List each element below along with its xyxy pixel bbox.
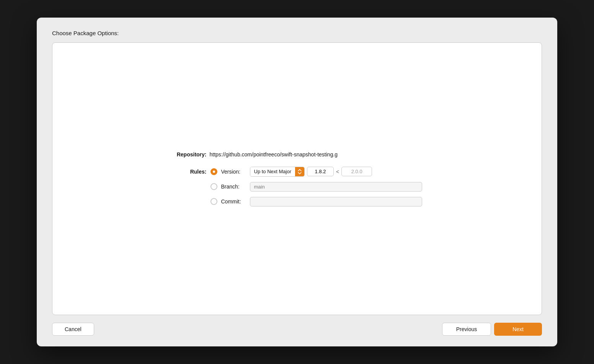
repository-url: https://github.com/pointfreeco/swift-sna… bbox=[210, 151, 338, 158]
navigation-buttons: Previous Next bbox=[442, 323, 542, 336]
dropdown-text: Up to Next Major bbox=[250, 167, 295, 176]
bottom-bar: Cancel Previous Next bbox=[52, 323, 542, 336]
commit-radio[interactable] bbox=[211, 198, 217, 205]
branch-radio[interactable] bbox=[211, 183, 217, 190]
version-dropdown-container: Up to Next Major bbox=[250, 167, 305, 177]
less-than-symbol: < bbox=[336, 169, 339, 175]
chevron-updown-icon bbox=[297, 169, 302, 175]
previous-button[interactable]: Previous bbox=[442, 323, 491, 336]
version-from-input[interactable] bbox=[307, 167, 334, 176]
next-button[interactable]: Next bbox=[494, 323, 542, 336]
form-area: Repository: https://github.com/pointfree… bbox=[172, 151, 422, 206]
dialog-title: Choose Package Options: bbox=[52, 30, 542, 36]
content-panel: Repository: https://github.com/pointfree… bbox=[52, 42, 542, 315]
repository-label: Repository: bbox=[172, 151, 207, 158]
version-row: Rules: Version: Up to Next Major bbox=[172, 167, 422, 177]
cancel-button[interactable]: Cancel bbox=[52, 323, 94, 336]
rules-label: Rules: bbox=[172, 169, 207, 175]
rules-section: Rules: Version: Up to Next Major bbox=[172, 167, 422, 206]
version-to-input[interactable] bbox=[341, 167, 372, 176]
commit-row: Commit: bbox=[172, 197, 422, 206]
branch-row: Branch: bbox=[172, 182, 422, 192]
commit-label: Commit: bbox=[221, 198, 246, 205]
package-options-dialog: Choose Package Options: Repository: http… bbox=[37, 18, 557, 346]
branch-input[interactable] bbox=[250, 182, 422, 192]
dropdown-arrow-button[interactable] bbox=[295, 167, 304, 176]
commit-input[interactable] bbox=[250, 197, 422, 206]
repository-row: Repository: https://github.com/pointfree… bbox=[172, 151, 422, 158]
branch-label: Branch: bbox=[221, 184, 246, 190]
version-label: Version: bbox=[221, 169, 246, 175]
version-radio[interactable] bbox=[211, 168, 217, 175]
version-controls: Up to Next Major < bbox=[250, 167, 372, 177]
